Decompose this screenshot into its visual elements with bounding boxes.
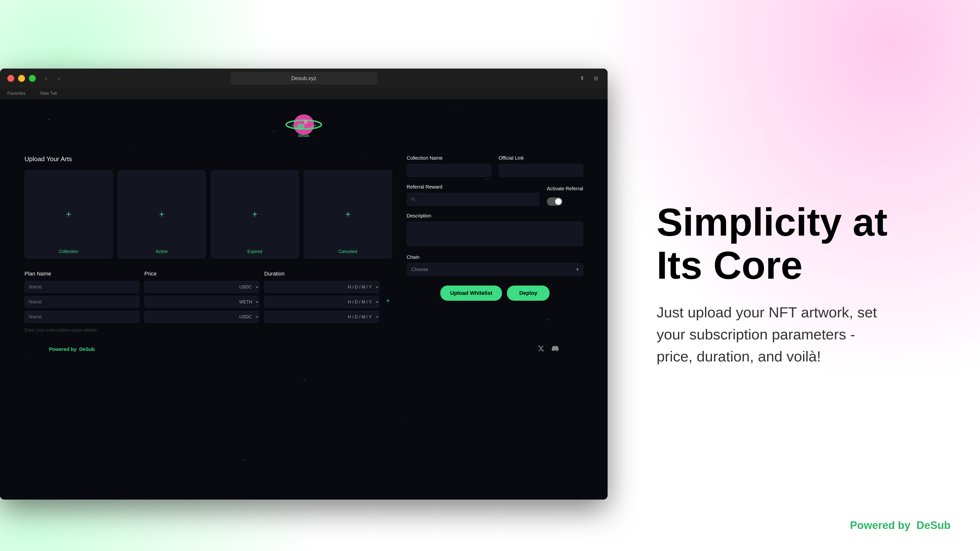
referral-input-wrapper: % bbox=[407, 193, 539, 206]
price-unit-select-2[interactable]: WETHUSDCETH bbox=[235, 296, 259, 308]
referral-reward-label: Referral Reward bbox=[407, 184, 539, 190]
price-row-2: WETHUSDCETH bbox=[144, 296, 259, 308]
browser-content: DeSub Upload Your Arts + Collection + bbox=[0, 99, 608, 500]
url-text: Desub.xyz bbox=[291, 75, 317, 81]
add-icon-canceled: + bbox=[345, 210, 350, 219]
share-button[interactable]: ⬆ bbox=[578, 74, 587, 83]
add-icon-collection: + bbox=[66, 210, 71, 219]
duration-input-1[interactable] bbox=[264, 281, 344, 293]
card-label-canceled: Canceled bbox=[339, 249, 357, 254]
description-textarea[interactable] bbox=[407, 222, 583, 246]
plan-name-input-2[interactable] bbox=[24, 296, 139, 308]
traffic-lights bbox=[7, 75, 36, 82]
browser-actions: ⬆ ⊞ bbox=[578, 74, 600, 83]
add-icon-expired: + bbox=[252, 210, 257, 219]
footer-brand-name: DeSub bbox=[79, 346, 95, 352]
duration-input-2[interactable] bbox=[264, 296, 344, 308]
browser-window: ‹ › Desub.xyz ⬆ ⊞ Favorites New Tab bbox=[0, 68, 608, 500]
chain-select[interactable]: Choose Ethereum Polygon Solana Base bbox=[407, 263, 583, 276]
price-row-3: USDCWETHETH bbox=[144, 311, 259, 323]
plan-name-header: Plan Name bbox=[24, 271, 139, 277]
price-unit-select-1[interactable]: USDCWETHETH bbox=[235, 281, 259, 293]
duration-row-1: H / D / M / YHDMY bbox=[264, 281, 379, 293]
art-card-collection[interactable]: + Collection bbox=[24, 170, 113, 258]
price-header: Price bbox=[144, 271, 259, 277]
upload-section-title: Upload Your Arts bbox=[24, 155, 392, 163]
price-row-1: USDCWETHETH bbox=[144, 281, 259, 293]
add-row-button[interactable]: + bbox=[384, 296, 392, 306]
action-buttons: Upload Whitelist Deploy bbox=[407, 286, 583, 301]
chain-group: Chain Choose Ethereum Polygon Solana Bas… bbox=[407, 254, 583, 276]
chain-label: Chain bbox=[407, 254, 583, 260]
plan-name-column: Plan Name Enter your subscription option… bbox=[24, 271, 139, 333]
art-upload-grid: + Collection + Active + Expired + bbox=[24, 170, 392, 258]
art-card-expired[interactable]: + Expired bbox=[211, 170, 299, 258]
bookmark-favorites[interactable]: Favorites bbox=[7, 91, 25, 96]
plan-name-input-3[interactable] bbox=[24, 311, 139, 323]
bookmark-new-tab[interactable]: New Tab bbox=[40, 91, 57, 96]
right-text-panel: Simplicity at Its Core Just upload your … bbox=[627, 68, 970, 500]
address-bar[interactable]: Desub.xyz bbox=[230, 72, 377, 84]
discord-icon[interactable] bbox=[552, 345, 558, 353]
bookmarks-bar: Favorites New Tab bbox=[0, 88, 608, 99]
add-icon-active: + bbox=[159, 210, 164, 219]
price-input-1[interactable] bbox=[145, 281, 235, 293]
collection-link-row: Collection Name Official Link bbox=[407, 155, 583, 177]
nav-buttons: ‹ › bbox=[41, 74, 63, 83]
duration-row-3: H / D / M / YHDMY bbox=[264, 311, 379, 323]
duration-row-2: H / D / M / YHDMY bbox=[264, 296, 379, 308]
art-card-active[interactable]: + Active bbox=[118, 170, 206, 258]
price-unit-select-3[interactable]: USDCWETHETH bbox=[235, 311, 259, 322]
collection-name-label: Collection Name bbox=[407, 155, 491, 161]
maximize-button[interactable] bbox=[29, 75, 36, 82]
toggle-knob bbox=[555, 198, 562, 205]
description-label: Description bbox=[407, 213, 583, 219]
main-layout: Upload Your Arts + Collection + Active + bbox=[24, 155, 583, 333]
subscription-section: Plan Name Enter your subscription option… bbox=[24, 271, 392, 333]
official-link-input[interactable] bbox=[499, 164, 583, 177]
referral-percent-input[interactable] bbox=[419, 193, 539, 205]
price-input-3[interactable] bbox=[145, 311, 235, 322]
duration-column: Duration H / D / M / YHDMY H / D / bbox=[264, 271, 379, 333]
minimize-button[interactable] bbox=[18, 75, 25, 82]
bottom-brand: Powered by DeSub bbox=[850, 519, 951, 531]
duration-input-3[interactable] bbox=[264, 311, 344, 322]
browser-titlebar: ‹ › Desub.xyz ⬆ ⊞ bbox=[0, 68, 608, 88]
card-label-collection: Collection bbox=[59, 249, 78, 254]
app-main-content: DeSub Upload Your Arts + Collection + bbox=[0, 99, 608, 500]
percent-symbol: % bbox=[407, 193, 419, 205]
art-card-canceled[interactable]: + Canceled bbox=[304, 170, 392, 258]
subscription-hint: Enter your subscription option details. bbox=[24, 328, 139, 333]
price-input-2[interactable] bbox=[145, 296, 235, 308]
activate-referral-group: Activate Referral bbox=[547, 186, 583, 206]
collection-name-input[interactable] bbox=[407, 164, 491, 177]
close-button[interactable] bbox=[7, 75, 14, 82]
referral-reward-group: Referral Reward % bbox=[407, 184, 539, 206]
activate-referral-label: Activate Referral bbox=[547, 186, 583, 192]
duration-unit-select-1[interactable]: H / D / M / YHDMY bbox=[344, 281, 379, 293]
deploy-button[interactable]: Deploy bbox=[507, 286, 549, 301]
chain-select-wrapper: Choose Ethereum Polygon Solana Base bbox=[407, 263, 583, 276]
new-tab-button[interactable]: ⊞ bbox=[592, 74, 600, 83]
plan-name-input-1[interactable] bbox=[24, 281, 139, 293]
back-button[interactable]: ‹ bbox=[41, 74, 51, 83]
card-label-active: Active bbox=[156, 249, 167, 254]
forward-button[interactable]: › bbox=[54, 74, 63, 83]
add-row-container: + bbox=[384, 271, 392, 333]
duration-unit-select-2[interactable]: H / D / M / YHDMY bbox=[344, 296, 379, 308]
price-column: Price USDCWETHETH WETHUSDCETH bbox=[144, 271, 259, 333]
desub-logo: DeSub bbox=[284, 111, 323, 141]
upload-whitelist-button[interactable]: Upload Whitelist bbox=[440, 286, 502, 301]
right-panel: Collection Name Official Link Referral R… bbox=[407, 155, 583, 333]
activate-referral-toggle[interactable] bbox=[547, 197, 563, 206]
headline-text: Simplicity at Its Core bbox=[657, 200, 941, 287]
footer-brand: Powered by DeSub bbox=[49, 346, 95, 352]
bottom-powered-by: Powered by bbox=[850, 519, 910, 531]
twitter-icon[interactable] bbox=[538, 345, 544, 353]
duration-unit-select-3[interactable]: H / D / M / YHDMY bbox=[344, 311, 379, 322]
description-group: Description bbox=[407, 213, 583, 247]
collection-name-group: Collection Name bbox=[407, 155, 491, 177]
duration-header: Duration bbox=[264, 271, 379, 277]
card-label-expired: Expired bbox=[247, 249, 262, 254]
svg-text:DeSub: DeSub bbox=[298, 134, 309, 138]
